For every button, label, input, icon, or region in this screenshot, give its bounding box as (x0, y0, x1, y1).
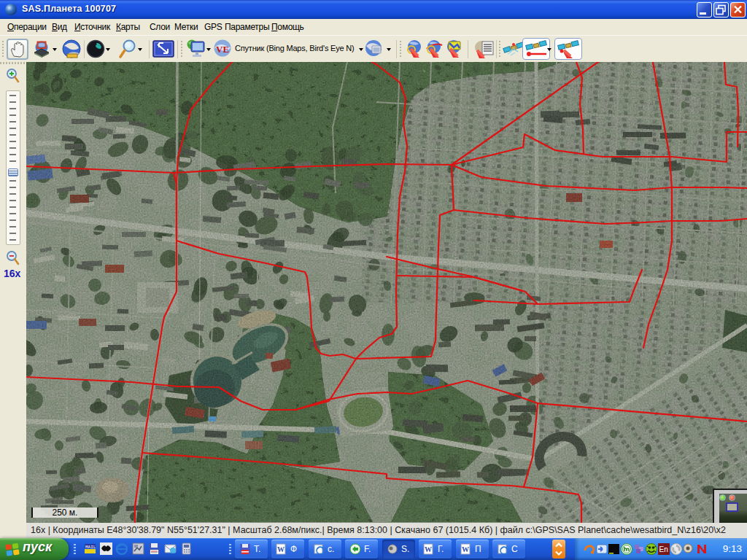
svg-text:W: W (462, 545, 469, 553)
svg-text:W: W (277, 545, 285, 553)
svg-text:W: W (425, 545, 432, 553)
svg-text:En: En (659, 545, 668, 553)
svg-text:VE: VE (216, 44, 229, 55)
svg-text:MAIL: MAIL (85, 545, 96, 550)
